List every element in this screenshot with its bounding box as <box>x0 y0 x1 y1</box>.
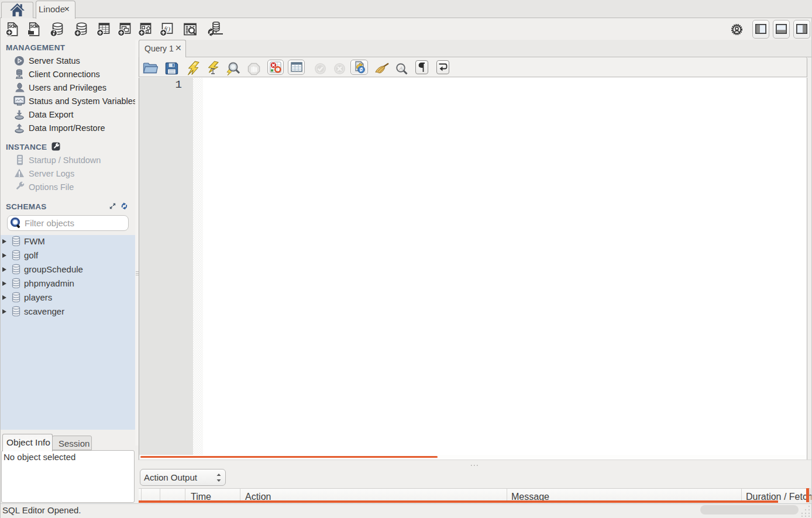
svg-text:A: A <box>399 65 403 71</box>
